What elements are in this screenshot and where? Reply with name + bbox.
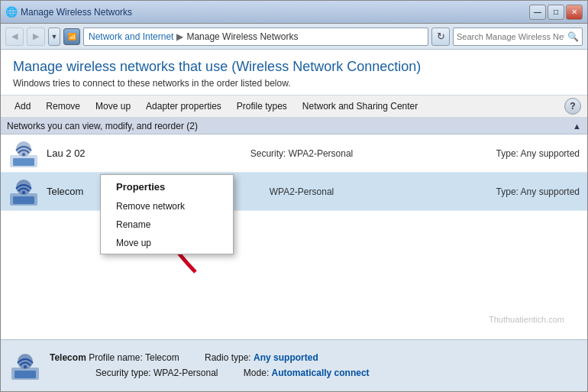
breadcrumb-current: Manage Wireless Networks — [186, 31, 298, 42]
context-menu-properties[interactable]: Properties — [101, 177, 233, 197]
breadcrumb-separator: ▶ — [176, 31, 183, 42]
context-menu-move-up[interactable]: Move up — [101, 234, 233, 252]
address-icon: 📶 — [63, 28, 80, 45]
svg-rect-10 — [15, 371, 36, 378]
header-chevron-icon: ▲ — [573, 121, 581, 131]
search-bar: 🔍 — [453, 28, 583, 46]
networks-area: Networks you can view, modify, and reord… — [1, 118, 587, 339]
status-network-name: Telecom — [50, 352, 86, 363]
help-button[interactable]: ? — [564, 98, 581, 115]
status-profile-value: Telecom — [145, 352, 179, 363]
search-input[interactable] — [457, 32, 564, 41]
svg-point-7 — [22, 191, 25, 194]
profile-types-button[interactable]: Profile types — [229, 98, 295, 115]
move-up-button[interactable]: Move up — [88, 98, 138, 115]
network-security-0: Security: WPA2-Personal — [131, 148, 473, 159]
network-type-1: Type: Any supported — [480, 186, 580, 197]
network-type-0: Type: Any supported — [480, 148, 580, 159]
network-wifi-icon — [8, 138, 39, 169]
recent-button[interactable]: ▼ — [48, 28, 60, 46]
watermark: Thuthuatientich.com — [489, 315, 564, 324]
remove-button[interactable]: Remove — [38, 98, 88, 115]
status-panel: Telecom Profile name: Telecom Radio type… — [1, 339, 587, 391]
address-bar: ◀ ▶ ▼ 📶 Network and Internet ▶ Manage Wi… — [1, 24, 587, 50]
networks-header: Networks you can view, modify, and reord… — [1, 118, 587, 134]
networks-list: Lau 2 02 Security: WPA2-Personal Type: A… — [1, 134, 587, 339]
status-line-1: Telecom Profile name: Telecom Radio type… — [50, 351, 578, 365]
content-area: Manage wireless networks that use (Wirel… — [1, 50, 587, 339]
context-menu: Properties Remove network Rename Move up — [100, 174, 234, 254]
page-header: Manage wireless networks that use (Wirel… — [1, 50, 587, 95]
network-sharing-button[interactable]: Network and Sharing Center — [295, 98, 425, 115]
status-radio-value: Any supported — [254, 352, 318, 363]
network-wifi-icon — [8, 177, 39, 207]
page-title: Manage wireless networks that use (Wirel… — [13, 59, 575, 75]
main-window: 🌐 Manage Wireless Networks — □ ✕ ◀ ▶ ▼ 📶… — [0, 0, 588, 392]
status-info: Telecom Profile name: Telecom Radio type… — [50, 351, 578, 380]
status-profile-label: Profile name: — [89, 352, 145, 363]
maximize-button[interactable]: □ — [548, 5, 564, 20]
status-security-value: WPA2-Personal — [153, 368, 218, 378]
page-subtitle: Windows tries to connect to these networ… — [13, 78, 575, 89]
status-line-2: Security type: WPA2-Personal Mode: Autom… — [50, 366, 578, 381]
networks-header-label: Networks you can view, modify, and reord… — [7, 121, 198, 131]
adapter-properties-button[interactable]: Adapter properties — [138, 98, 229, 115]
status-wifi-icon — [10, 351, 40, 381]
status-mode-label: Mode: — [244, 368, 272, 378]
svg-point-3 — [22, 153, 25, 156]
minimize-button[interactable]: — — [529, 5, 546, 20]
svg-point-12 — [24, 365, 27, 368]
breadcrumb-root[interactable]: Network and Internet — [89, 31, 173, 42]
add-button[interactable]: Add — [7, 98, 38, 115]
network-name-0: Lau 2 02 — [47, 147, 123, 159]
network-row[interactable]: Lau 2 02 Security: WPA2-Personal Type: A… — [1, 134, 587, 173]
context-menu-rename[interactable]: Rename — [101, 215, 233, 234]
toolbar: Add Remove Move up Adapter properties Pr… — [1, 95, 587, 118]
network-row[interactable]: Telecom WPA2-Personal Type: Any supporte… — [1, 173, 587, 211]
breadcrumb-bar: Network and Internet ▶ Manage Wireless N… — [83, 28, 428, 46]
title-bar: 🌐 Manage Wireless Networks — □ ✕ — [1, 1, 587, 24]
back-button[interactable]: ◀ — [5, 28, 24, 46]
status-radio-label: Radio type: — [205, 352, 254, 363]
refresh-button[interactable]: ↻ — [431, 28, 450, 46]
search-icon: 🔍 — [567, 31, 579, 42]
forward-button[interactable]: ▶ — [27, 28, 45, 46]
title-bar-controls: — □ ✕ — [529, 5, 583, 20]
status-mode-value: Automatically connect — [272, 368, 370, 378]
svg-rect-5 — [13, 196, 34, 204]
svg-rect-1 — [13, 158, 34, 166]
close-button[interactable]: ✕ — [566, 5, 583, 20]
context-menu-remove[interactable]: Remove network — [101, 197, 233, 215]
window-title: Manage Wireless Networks — [21, 7, 132, 18]
title-bar-left: 🌐 Manage Wireless Networks — [5, 6, 132, 18]
status-security-label: Security type: — [95, 368, 153, 378]
